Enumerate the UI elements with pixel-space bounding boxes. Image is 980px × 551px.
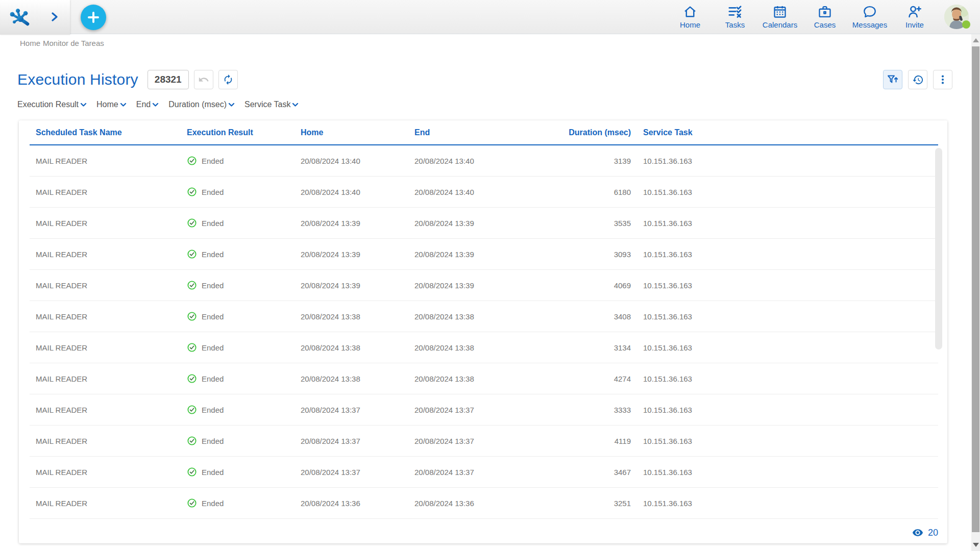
tasks-checklist-icon: [727, 5, 743, 19]
filter-label: Duration (msec): [168, 100, 227, 109]
home-icon: [682, 5, 698, 19]
cell-execution-result: Ended: [181, 156, 295, 166]
cell-home: 20/08/2024 13:40: [295, 157, 408, 165]
cell-end: 20/08/2024 13:38: [408, 343, 520, 352]
nav-item-home[interactable]: Home: [674, 5, 706, 29]
check-circle-icon: [187, 342, 197, 353]
cell-end: 20/08/2024 13:38: [408, 374, 520, 383]
filter-button[interactable]: [883, 70, 902, 89]
check-circle-icon: [187, 436, 197, 446]
breadcrumb-monitor-de-tareas[interactable]: Monitor de Tareas: [43, 39, 104, 47]
presence-status-dot: [962, 20, 970, 29]
cell-execution-result: Ended: [181, 373, 295, 384]
cell-home: 20/08/2024 13:38: [295, 312, 408, 321]
chevron-down-icon: [80, 103, 87, 107]
nav-item-cases[interactable]: Cases: [808, 5, 841, 29]
result-label: Ended: [202, 374, 224, 383]
table-row[interactable]: MAIL READER Ended 20/08/2024 13:38 20/08…: [30, 332, 938, 363]
title-row: Execution History 28321: [17, 67, 952, 92]
nav-label: Calendars: [763, 20, 797, 29]
column-header-service-task[interactable]: Service Task: [637, 128, 938, 137]
result-label: Ended: [202, 219, 224, 228]
cell-scheduled-task-name: MAIL READER: [30, 499, 181, 508]
eye-icon: [912, 529, 923, 538]
history-clock-icon: [912, 74, 924, 86]
cell-duration: 3408: [520, 312, 637, 321]
nav-item-messages[interactable]: Messages: [853, 5, 886, 29]
filter-end[interactable]: End: [136, 100, 159, 109]
table-row[interactable]: MAIL READER Ended 20/08/2024 13:40 20/08…: [30, 177, 938, 208]
column-header-home[interactable]: Home: [295, 128, 408, 137]
result-label: Ended: [202, 499, 224, 508]
column-header-execution-result[interactable]: Execution Result: [181, 128, 295, 137]
scroll-down-arrow-icon[interactable]: [973, 543, 979, 547]
user-avatar[interactable]: [944, 5, 969, 29]
history-button[interactable]: [908, 70, 927, 89]
cell-duration: 4119: [520, 437, 637, 445]
visible-rows-control[interactable]: 20: [912, 528, 938, 538]
cell-home: 20/08/2024 13:37: [295, 468, 408, 477]
column-header-duration[interactable]: Duration (msec): [520, 128, 637, 137]
table-row[interactable]: MAIL READER Ended 20/08/2024 13:37 20/08…: [30, 425, 938, 457]
table-row[interactable]: MAIL READER Ended 20/08/2024 13:40 20/08…: [30, 145, 938, 177]
column-header-end[interactable]: End: [408, 128, 520, 137]
execution-history-table: Scheduled Task Name Execution Result Hom…: [30, 120, 938, 519]
page-title: Execution History: [17, 71, 138, 88]
person-add-icon: [907, 5, 922, 19]
chevron-down-icon: [120, 103, 127, 107]
result-label: Ended: [202, 312, 224, 321]
filter-execution-result[interactable]: Execution Result: [17, 100, 87, 109]
cell-service-task: 10.151.36.163: [637, 312, 938, 321]
scroll-up-arrow-icon[interactable]: [973, 38, 979, 42]
expand-sidebar-button[interactable]: [49, 11, 60, 22]
cell-scheduled-task-name: MAIL READER: [30, 157, 181, 165]
record-count-badge: 28321: [148, 70, 189, 89]
result-label: Ended: [202, 250, 224, 259]
breadcrumb-home[interactable]: Home: [20, 39, 40, 47]
cell-service-task: 10.151.36.163: [637, 499, 938, 508]
cell-duration: 4069: [520, 281, 637, 290]
filter-label: Service Task: [244, 100, 290, 109]
cell-execution-result: Ended: [181, 311, 295, 321]
table-row[interactable]: MAIL READER Ended 20/08/2024 13:38 20/08…: [30, 301, 938, 332]
nav-item-calendars[interactable]: Calendars: [764, 5, 796, 29]
filter-duration[interactable]: Duration (msec): [168, 100, 235, 109]
cell-duration: 4274: [520, 374, 637, 383]
cell-scheduled-task-name: MAIL READER: [30, 343, 181, 352]
cell-end: 20/08/2024 13:38: [408, 312, 520, 321]
cell-service-task: 10.151.36.163: [637, 468, 938, 477]
cell-service-task: 10.151.36.163: [637, 374, 938, 383]
page-scrollbar[interactable]: [971, 34, 980, 551]
undo-button[interactable]: [194, 70, 213, 89]
bizagi-frog-logo-icon: [8, 7, 32, 28]
filter-service-task[interactable]: Service Task: [244, 100, 299, 109]
breadcrumb: Home Monitor de Tareas: [20, 39, 104, 47]
more-options-button[interactable]: [933, 70, 952, 89]
nav-item-tasks[interactable]: Tasks: [719, 5, 751, 29]
filter-label: End: [136, 100, 151, 109]
cell-end: 20/08/2024 13:39: [408, 250, 520, 259]
table-row[interactable]: MAIL READER Ended 20/08/2024 13:39 20/08…: [30, 208, 938, 239]
plus-icon: [87, 11, 100, 24]
create-new-button[interactable]: [81, 5, 106, 30]
execution-history-card: Scheduled Task Name Execution Result Hom…: [19, 120, 947, 543]
cell-service-task: 10.151.36.163: [637, 437, 938, 445]
nav-label: Home: [680, 20, 700, 29]
cell-service-task: 10.151.36.163: [637, 281, 938, 290]
page-scrollbar-thumb[interactable]: [972, 46, 979, 532]
logo-panel: [0, 0, 70, 35]
table-scrollbar-thumb[interactable]: [935, 148, 942, 349]
column-header-scheduled-task-name[interactable]: Scheduled Task Name: [30, 128, 181, 137]
refresh-button[interactable]: [218, 70, 238, 89]
table-row[interactable]: MAIL READER Ended 20/08/2024 13:39 20/08…: [30, 239, 938, 270]
table-row[interactable]: MAIL READER Ended 20/08/2024 13:39 20/08…: [30, 270, 938, 301]
table-row[interactable]: MAIL READER Ended 20/08/2024 13:36 20/08…: [30, 488, 938, 519]
filter-home[interactable]: Home: [96, 100, 127, 109]
table-row[interactable]: MAIL READER Ended 20/08/2024 13:37 20/08…: [30, 457, 938, 488]
table-row[interactable]: MAIL READER Ended 20/08/2024 13:37 20/08…: [30, 394, 938, 425]
refresh-icon: [223, 74, 234, 85]
nav-item-invite[interactable]: Invite: [898, 5, 931, 29]
check-circle-icon: [187, 373, 197, 384]
table-row[interactable]: MAIL READER Ended 20/08/2024 13:38 20/08…: [30, 363, 938, 394]
check-circle-icon: [187, 405, 197, 415]
